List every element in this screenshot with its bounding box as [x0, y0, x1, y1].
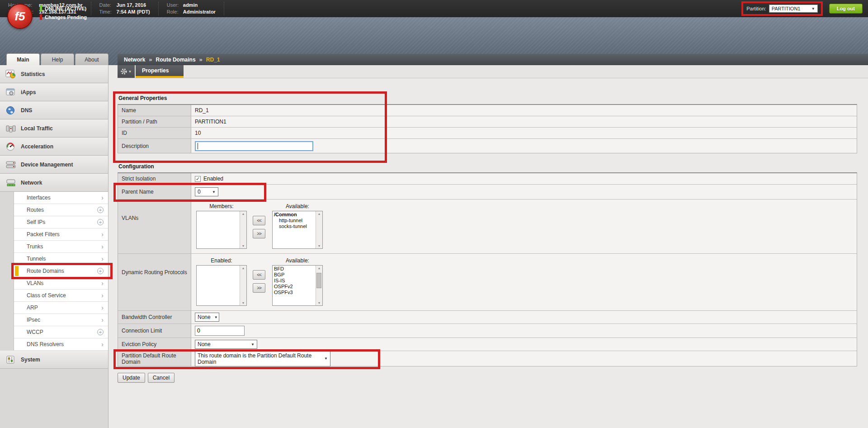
tab-help[interactable]: Help [41, 53, 74, 65]
options-gear-button[interactable]: ▼ [118, 65, 135, 78]
scroll-down-icon[interactable]: ▼ [318, 244, 321, 247]
move-left-button[interactable]: << [253, 270, 265, 280]
move-right-button[interactable]: >> [253, 283, 265, 293]
sidebar-item-system[interactable]: System [0, 351, 108, 369]
sidebar-item-self-ips[interactable]: Self IPs+ [14, 216, 108, 228]
update-button[interactable]: Update [118, 373, 145, 383]
sub-item-label: Self IPs [27, 219, 45, 225]
scroll-up-icon[interactable]: ▲ [318, 212, 321, 215]
drp-enabled-listbox[interactable]: ▲▼ [196, 265, 247, 306]
scrollbar-thumb[interactable] [316, 273, 321, 288]
page-toolbar: ▼ Properties [118, 65, 868, 78]
plus-circle-icon[interactable]: + [97, 268, 104, 274]
sub-item-label: ARP [27, 304, 38, 311]
plus-circle-icon[interactable]: + [97, 207, 104, 213]
eviction-policy-select[interactable]: None ▼ [195, 340, 257, 349]
logout-button[interactable]: Log out [829, 4, 863, 14]
sidebar-item-statistics[interactable]: Statistics [0, 65, 108, 83]
sidebar-item-trunks[interactable]: Trunks› [14, 241, 108, 253]
scroll-up-icon[interactable]: ▲ [242, 266, 245, 270]
partition-select[interactable]: PARTITION1 ▼ [769, 5, 818, 13]
name-value: RD_1 [191, 105, 857, 116]
sidebar-item-ipsec[interactable]: IPsec› [14, 314, 108, 326]
scroll-down-icon[interactable]: ▼ [318, 301, 321, 304]
listbox-scrollbar[interactable]: ▲▼ [316, 211, 322, 248]
move-left-button[interactable]: << [253, 216, 265, 225]
sidebar-item-vlans[interactable]: VLANs› [14, 277, 108, 290]
cancel-button[interactable]: Cancel [148, 373, 175, 383]
changes-pending-status: Changes Pending [40, 14, 87, 20]
sub-item-label: Trunks [27, 243, 43, 250]
strict-isolation-checkbox[interactable]: ✓ [195, 176, 201, 182]
listbox-scrollbar[interactable]: ▲▼ [240, 211, 246, 248]
list-item[interactable]: OSPFv3 [273, 290, 316, 295]
description-input[interactable] [195, 141, 313, 151]
list-item[interactable]: http-tunnel [273, 218, 316, 224]
drp-available-listbox[interactable]: BFD BGP IS-IS OSPFv2 OSPFv3 ▲▼ [272, 265, 323, 306]
tab-properties[interactable]: Properties [136, 65, 184, 78]
sidebar-item-route-domains[interactable]: Route Domains + [14, 265, 108, 277]
chevron-down-icon: ▼ [811, 7, 815, 11]
sidebar-item-label: Statistics [21, 71, 45, 77]
list-item[interactable]: /Common [273, 212, 316, 218]
enabled-caption: Enabled: [211, 257, 232, 264]
sidebar-item-interfaces[interactable]: Interfaces› [14, 192, 108, 204]
sidebar-item-dns-resolvers[interactable]: DNS Resolvers› [14, 338, 108, 351]
parent-name-select[interactable]: 0 ▼ [195, 187, 218, 196]
parent-name-value: 0 [198, 189, 201, 195]
list-item[interactable]: IS-IS [273, 278, 316, 284]
plus-circle-icon[interactable]: + [97, 329, 104, 335]
listbox-scrollbar[interactable]: ▲▼ [240, 266, 246, 305]
tab-about[interactable]: About [75, 53, 108, 65]
breadcrumb-network[interactable]: Network [124, 57, 145, 63]
sidebar-item-iapps[interactable]: iApps [0, 83, 108, 101]
chevron-right-icon: › [101, 232, 104, 237]
strict-isolation-label: Strict Isolation [118, 173, 191, 184]
tab-main[interactable]: Main [6, 53, 40, 65]
vlans-members-listbox[interactable]: ▲▼ [196, 211, 247, 249]
scroll-up-icon[interactable]: ▲ [318, 266, 321, 270]
bandwidth-controller-value: None [198, 314, 211, 320]
scroll-down-icon[interactable]: ▼ [242, 301, 245, 304]
local-traffic-icon [5, 124, 16, 133]
form-actions: Update Cancel [118, 373, 857, 383]
sidebar-item-wccp[interactable]: WCCP+ [14, 326, 108, 338]
sidebar-item-packet-filters[interactable]: Packet Filters› [14, 228, 108, 241]
list-item[interactable]: OSPFv2 [273, 284, 316, 290]
scroll-up-icon[interactable]: ▲ [242, 212, 245, 215]
list-item[interactable]: socks-tunnel [273, 224, 316, 229]
network-icon [5, 178, 16, 187]
vlans-available-listbox[interactable]: /Common http-tunnel socks-tunnel ▲▼ [272, 211, 323, 249]
sidebar-item-network[interactable]: Network [0, 174, 108, 192]
eviction-policy-value: None [198, 341, 211, 347]
scroll-down-icon[interactable]: ▼ [242, 244, 245, 247]
sidebar-item-dns[interactable]: DNS [0, 101, 108, 119]
sidebar-item-tunnels[interactable]: Tunnels› [14, 253, 108, 265]
sidebar-item-device-management[interactable]: Device Management [0, 156, 108, 174]
sidebar-item-acceleration[interactable]: Acceleration [0, 138, 108, 156]
sidebar-item-local-traffic[interactable]: Local Traffic [0, 119, 108, 138]
section-title: Configuration [118, 163, 857, 172]
parent-name-row: Parent Name 0 ▼ [118, 185, 857, 200]
bandwidth-controller-select[interactable]: None ▼ [195, 313, 219, 322]
eviction-policy-row: Eviction Policy None ▼ [118, 338, 857, 351]
connection-limit-input[interactable] [195, 326, 245, 336]
description-row: Description [118, 139, 857, 153]
sub-item-label: Class of Service [27, 292, 66, 299]
sidebar-item-class-of-service[interactable]: Class of Service› [14, 290, 108, 302]
sidebar-item-routes[interactable]: Routes+ [14, 204, 108, 216]
active-item-accent [15, 266, 19, 276]
move-right-button[interactable]: >> [253, 229, 265, 238]
sub-item-label: DNS Resolvers [27, 341, 64, 347]
configuration-section: Configuration Strict Isolation ✓ Enabled… [118, 163, 857, 366]
pdrd-select[interactable]: This route domain is the Partition Defau… [195, 351, 330, 366]
list-item[interactable]: BFD [273, 266, 316, 272]
breadcrumb-route-domains[interactable]: Route Domains [156, 57, 196, 63]
plus-circle-icon[interactable]: + [97, 219, 104, 225]
sidebar-item-label: Acceleration [21, 143, 53, 150]
sidebar-item-arp[interactable]: ARP› [14, 302, 108, 314]
pdrd-value: This route domain is the Partition Defau… [198, 352, 321, 365]
id-label: ID [118, 128, 191, 138]
list-item[interactable]: BGP [273, 272, 316, 278]
date-label: Date: [99, 2, 114, 8]
